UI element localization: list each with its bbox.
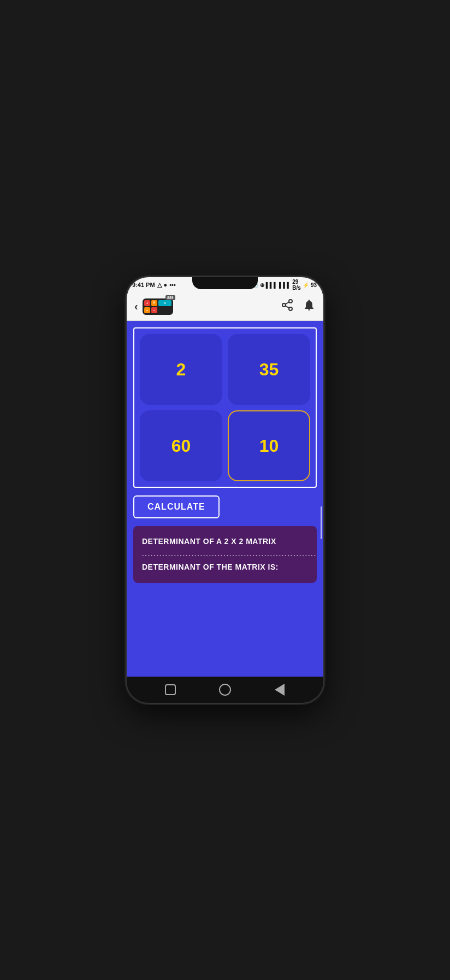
cell-value-a12: 35	[259, 360, 279, 380]
cell-value-a11: 2	[176, 360, 186, 380]
signal-bars-2: ▌▌▌	[279, 282, 291, 288]
signal-bars-1: ▌▌▌	[266, 282, 277, 288]
result-box: DETERMINANT OF A 2 X 2 MATRIX ..........…	[133, 526, 317, 583]
cell-value-a21: 60	[171, 436, 191, 456]
svg-line-3	[286, 306, 289, 308]
matrix-cell-a22[interactable]	[228, 410, 310, 481]
circle-icon	[219, 684, 231, 696]
matrix-cell-a11[interactable]: 2	[140, 334, 222, 405]
notification-button[interactable]	[303, 298, 316, 315]
back-button[interactable]: ‹	[134, 300, 138, 313]
app-bar-left: ‹ 889 + ✕ ≡ ÷ −	[134, 298, 173, 315]
matrix-cell-a12[interactable]: 35	[228, 334, 310, 405]
battery-level: 93	[311, 282, 317, 288]
logo-cell-minus: −	[151, 307, 157, 313]
warning-icon: △	[157, 282, 162, 289]
status-right: 🕐 ⊕ ▌▌▌ ▌▌▌ 29B/s ⚡ 93	[252, 279, 317, 291]
time-display: 9:41 PM	[132, 282, 155, 288]
app-bar: ‹ 889 + ✕ ≡ ÷ −	[127, 292, 323, 321]
result-divider: ........................................…	[142, 548, 308, 560]
logo-badge: 889	[165, 295, 175, 300]
dots-icon: •••	[169, 282, 176, 288]
logo-cell-x: ✕	[151, 300, 157, 306]
result-title: DETERMINANT OF A 2 X 2 MATRIX	[142, 535, 308, 548]
battery-icon: ⚡	[303, 282, 309, 288]
nav-home-button[interactable]	[163, 682, 178, 697]
notch	[192, 277, 258, 289]
data-speed: 29B/s	[292, 279, 301, 291]
result-subtitle: DETERMINANT OF THE MATRIX IS:	[142, 560, 308, 574]
main-content: 2 35 60 CALCULATE DETERMINANT OF A 2 X 2…	[127, 321, 323, 677]
nav-circle-button[interactable]	[217, 682, 233, 697]
calculate-button[interactable]: CALCULATE	[133, 495, 220, 518]
app-bar-right	[281, 298, 316, 315]
logo-cell-lines: ≡	[158, 300, 171, 306]
square-icon	[165, 684, 176, 695]
nav-back-button[interactable]	[272, 682, 287, 697]
logo-cell-plus: +	[144, 300, 150, 306]
matrix-grid: 2 35 60	[133, 327, 317, 488]
bottom-nav	[127, 677, 323, 703]
gps-icon: ⊕	[260, 282, 264, 288]
circle-icon: ●	[164, 282, 168, 288]
logo-cell-divide: ÷	[144, 307, 150, 313]
app-logo: 889 + ✕ ≡ ÷ −	[143, 298, 173, 315]
matrix-cell-a21[interactable]: 60	[140, 410, 222, 481]
cell-input-a22[interactable]	[229, 436, 309, 456]
phone-frame: 9:41 PM △ ● ••• 🕐 ⊕ ▌▌▌ ▌▌▌ 29B/s ⚡ 93 ‹…	[127, 277, 323, 703]
triangle-icon	[275, 684, 285, 696]
svg-line-4	[286, 302, 289, 304]
scrollbar-indicator	[321, 506, 322, 539]
status-left: 9:41 PM △ ● •••	[132, 282, 176, 289]
share-button[interactable]	[281, 298, 294, 315]
